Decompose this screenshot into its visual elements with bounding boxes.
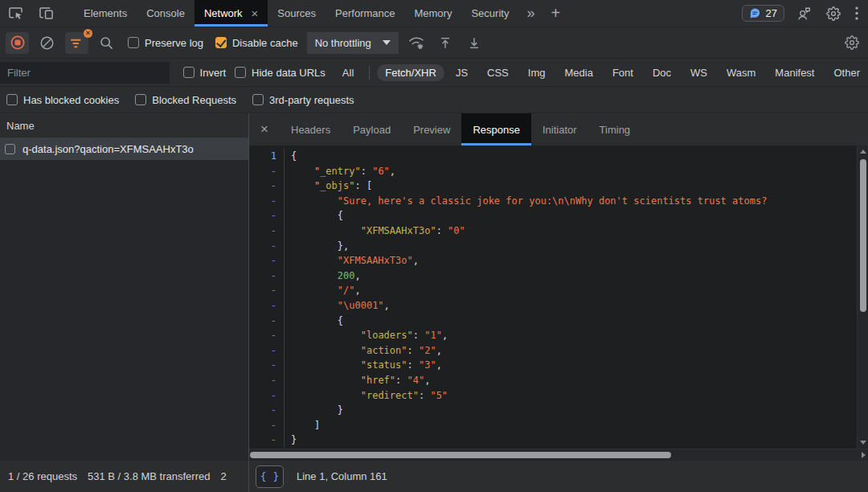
export-har-icon[interactable]	[464, 32, 485, 54]
line-number: -	[249, 343, 285, 359]
vertical-scrollbar-thumb[interactable]	[860, 159, 866, 312]
search-icon[interactable]	[96, 32, 117, 54]
code-text: "/",	[291, 283, 361, 298]
filter-option-3rd-party-requests[interactable]: 3rd-party requests	[252, 94, 354, 106]
tab-performance[interactable]: Performance	[326, 0, 404, 27]
chip-css[interactable]: CSS	[479, 64, 517, 81]
code-text: {	[291, 208, 343, 223]
tab-label: Security	[471, 7, 509, 19]
chip-all[interactable]: All	[334, 64, 362, 81]
tab-network[interactable]: Network×	[194, 0, 268, 27]
disable-cache-checkbox-group[interactable]: Disable cache	[215, 37, 298, 49]
tab-bar-right-icons: 27	[742, 0, 868, 27]
line-number: -	[249, 164, 285, 179]
checkbox[interactable]	[135, 94, 146, 105]
code-line: - }	[249, 403, 857, 418]
filter-option-has-blocked-cookies[interactable]: Has blocked cookies	[6, 94, 119, 106]
devtools-tab-bar: ElementsConsoleNetwork×SourcesPerformanc…	[0, 0, 868, 27]
code-text: "loaders": "1",	[291, 328, 448, 343]
tab-console[interactable]: Console	[137, 0, 194, 27]
tab-memory[interactable]: Memory	[404, 0, 461, 27]
code-text: "Sure, here's a classic joke for you:\n\…	[291, 194, 767, 209]
network-settings-gear-icon[interactable]	[841, 32, 862, 54]
detail-tab-payload[interactable]: Payload	[342, 113, 402, 146]
vertical-scrollbar[interactable]	[857, 146, 868, 449]
invert-label: Invert	[200, 67, 227, 79]
scroll-right-arrow-icon[interactable]	[862, 452, 866, 458]
chip-wasm[interactable]: Wasm	[719, 64, 764, 81]
detail-tab-initiator[interactable]: Initiator	[531, 113, 588, 146]
request-name: q-data.json?qaction=XFMSAAHxT3o	[23, 143, 194, 155]
response-viewer: 1{- "_entry": "6",- "_objs": [- "Sure, h…	[249, 146, 868, 449]
more-tabs-icon[interactable]: »	[518, 0, 542, 27]
name-column-header[interactable]: Name	[0, 113, 248, 138]
feedback-person-icon[interactable]	[789, 6, 819, 21]
tab-elements[interactable]: Elements	[74, 0, 137, 27]
tab-security[interactable]: Security	[461, 0, 518, 27]
horizontal-scrollbar-thumb[interactable]	[250, 452, 671, 458]
detail-tab-response[interactable]: Response	[461, 113, 531, 146]
hide-data-urls-checkbox[interactable]	[235, 67, 246, 78]
detail-tab-timing[interactable]: Timing	[588, 113, 642, 146]
chip-js[interactable]: JS	[448, 64, 476, 81]
settings-gear-icon[interactable]	[819, 6, 848, 21]
pretty-print-button[interactable]: { }	[256, 465, 284, 488]
network-conditions-icon[interactable]	[406, 32, 428, 54]
device-toolbar-icon[interactable]	[31, 0, 61, 27]
line-number: -	[249, 388, 285, 404]
kebab-menu-icon[interactable]	[848, 6, 868, 20]
filter-option-blocked-requests[interactable]: Blocked Requests	[135, 94, 236, 106]
code-text: "XFMSAAHxT3o",	[291, 253, 419, 269]
code-text: {	[291, 314, 343, 329]
code-line: - "\u0001",	[249, 298, 857, 314]
scroll-up-arrow-icon[interactable]	[860, 150, 866, 154]
inspect-element-icon[interactable]	[0, 0, 31, 27]
ai-assistance-badge[interactable]: 27	[742, 5, 784, 22]
request-list-panel: Name q-data.json?qaction=XFMSAAHxT3o	[0, 113, 249, 460]
tab-sources[interactable]: Sources	[268, 0, 326, 27]
detail-tab-preview[interactable]: Preview	[402, 113, 461, 146]
horizontal-scrollbar[interactable]	[249, 449, 868, 460]
chip-img[interactable]: Img	[520, 64, 554, 81]
checkbox[interactable]	[6, 94, 18, 105]
filter-input[interactable]	[0, 62, 170, 84]
filter-toggle-button[interactable]: ×	[65, 32, 88, 54]
close-detail-icon[interactable]: ×	[249, 113, 280, 146]
code-text: "status": "3",	[291, 358, 442, 373]
preserve-log-checkbox[interactable]	[128, 37, 139, 48]
ai-badge-count: 27	[766, 7, 777, 19]
chip-fetch-xhr[interactable]: Fetch/XHR	[377, 64, 444, 81]
close-tab-icon[interactable]: ×	[252, 7, 259, 19]
response-code[interactable]: 1{- "_entry": "6",- "_objs": [- "Sure, h…	[249, 146, 857, 449]
status-bar-right: { } Line 1, Column 161	[249, 461, 868, 492]
tab-label: Sources	[277, 7, 316, 19]
checkbox-label: Has blocked cookies	[23, 94, 119, 106]
chip-font[interactable]: Font	[604, 64, 641, 81]
clear-network-log-icon[interactable]	[36, 32, 58, 54]
scroll-down-arrow-icon[interactable]	[860, 441, 866, 445]
add-tab-icon[interactable]: +	[542, 0, 568, 27]
chip-media[interactable]: Media	[556, 64, 600, 81]
line-number: -	[249, 239, 285, 254]
request-row[interactable]: q-data.json?qaction=XFMSAAHxT3o	[0, 138, 248, 160]
code-line: - ]	[249, 418, 857, 433]
import-har-icon[interactable]	[435, 32, 457, 54]
chip-other[interactable]: Other	[825, 64, 868, 81]
request-list-empty-area	[0, 160, 248, 460]
line-number: -	[249, 358, 285, 373]
throttling-select[interactable]: No throttling	[307, 32, 399, 54]
line-number: -	[249, 328, 285, 343]
detail-tab-headers[interactable]: Headers	[280, 113, 342, 146]
chip-doc[interactable]: Doc	[645, 64, 679, 81]
chip-ws[interactable]: WS	[682, 64, 715, 81]
request-checkbox[interactable]	[5, 144, 15, 154]
record-network-log-button[interactable]	[6, 32, 29, 54]
disable-cache-checkbox[interactable]	[215, 37, 227, 48]
preserve-log-checkbox-group[interactable]: Preserve log	[128, 37, 203, 49]
invert-checkbox-group[interactable]: Invert	[183, 67, 227, 79]
chat-bubble-icon	[749, 7, 761, 19]
invert-checkbox[interactable]	[183, 67, 194, 78]
checkbox[interactable]	[252, 94, 264, 105]
chip-manifest[interactable]: Manifest	[767, 64, 822, 81]
hide-data-urls-checkbox-group[interactable]: Hide data URLs	[235, 67, 326, 79]
